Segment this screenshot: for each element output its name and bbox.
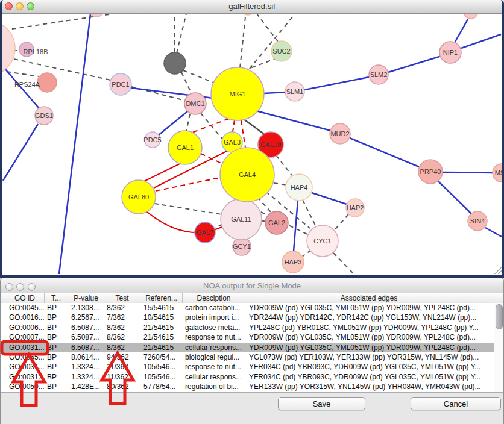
cell-test[interactable]: 11/362 [104, 372, 140, 382]
network-graph[interactable]: RPL18BRPS24AGDS1PDC1DMC1MIG1SUC2SLM1SLM2… [0, 13, 504, 275]
edge[interactable] [388, 56, 441, 72]
cell-reference[interactable]: 105/546... [140, 372, 183, 382]
edge[interactable] [186, 114, 190, 132]
cancel-button[interactable]: Cancel [411, 397, 501, 410]
edge[interactable] [3, 124, 38, 181]
cell-p-value[interactable]: 1.3324... [68, 362, 104, 372]
table-row[interactable]: GO:0045...BP2.1308...8/36215/54615carbon… [1, 303, 494, 313]
cell-go-id[interactable]: GO:0065... [5, 352, 45, 362]
save-button[interactable]: Save [278, 397, 365, 410]
cell-type[interactable]: BP [45, 352, 68, 362]
cell-type[interactable]: BP [45, 343, 68, 352]
edge[interactable] [264, 92, 286, 93]
cell-go-id[interactable]: GO:0031... [5, 343, 45, 352]
cell-reference[interactable]: 21/54615 [140, 343, 183, 352]
column-header-go[interactable]: GO ID [5, 293, 45, 303]
edge[interactable] [5, 69, 39, 108]
cell-description[interactable]: protein import i... [183, 313, 245, 322]
edge[interactable] [154, 204, 222, 214]
cell-reference[interactable]: 7260/54... [140, 352, 183, 362]
edge[interactable] [156, 178, 220, 191]
edge[interactable] [461, 34, 501, 48]
cell-description[interactable]: response to nut... [183, 362, 245, 372]
cell-test[interactable]: 11/362 [104, 362, 140, 372]
table-row[interactable]: GO:0031...BP1.3324...11/362105/546...cel… [1, 372, 494, 382]
cell-description[interactable]: carbon cataboli... [183, 303, 245, 313]
node-RPS24A[interactable] [37, 73, 57, 92]
cell-go-id[interactable]: GO:0016... [5, 313, 45, 322]
edge[interactable] [183, 70, 216, 84]
cell-go-id[interactable]: GO:0045... [5, 303, 45, 313]
cell-description[interactable]: cellular respons... [183, 372, 245, 382]
column-header-type[interactable]: T... [45, 293, 68, 303]
edge[interactable] [14, 59, 110, 80]
table-row[interactable]: GO:0016...BP6.2567...7/36210/54615protei… [1, 313, 494, 322]
cell-reference[interactable]: 21/54615 [140, 332, 183, 342]
edge[interactable] [294, 201, 298, 251]
cell-associated-edges[interactable]: YDR009W (pd) YGL035C, YML051W (pp) YDR00… [245, 332, 493, 342]
column-header-desc[interactable]: Desciption [183, 293, 245, 303]
cell-p-value[interactable]: 1.3324... [68, 372, 104, 382]
cell-associated-edges[interactable]: YPL248C (pd) YBR018C, YML051W (pp) YDR00… [245, 323, 493, 332]
edge[interactable] [438, 181, 472, 214]
column-header-edges[interactable]: Associated edges [245, 293, 493, 303]
cell-description[interactable]: regulation of bi... [183, 382, 245, 391]
edge[interactable] [143, 163, 181, 182]
cell-p-value[interactable]: 6.5087... [68, 343, 104, 352]
cell-go-id[interactable]: GO:0007... [5, 332, 45, 342]
cell-p-value[interactable]: 1.428E... [68, 382, 104, 391]
cell-description[interactable]: cellular respons... [183, 343, 245, 352]
edge[interactable] [312, 193, 347, 204]
edge[interactable] [485, 228, 502, 237]
cell-reference[interactable]: 105/546... [140, 362, 183, 372]
edge[interactable] [233, 120, 235, 132]
column-header-p[interactable]: P-value [68, 293, 104, 303]
cell-p-value[interactable]: 6.5087... [68, 323, 104, 332]
cell-associated-edges[interactable]: YER133W (pp) YOR315W, YNL145W (pd) YHR08… [245, 382, 493, 391]
cell-description[interactable]: response to nut... [183, 332, 245, 342]
edge[interactable] [333, 253, 354, 275]
edge[interactable] [304, 77, 369, 90]
edge[interactable] [177, 14, 186, 53]
cell-type[interactable]: BP [45, 362, 68, 372]
cell-go-id[interactable]: GO:0031... [5, 372, 45, 382]
cell-test[interactable]: 94/362 [104, 352, 140, 362]
cell-type[interactable]: BP [45, 372, 68, 382]
cell-test[interactable]: 8/362 [104, 332, 140, 342]
edge[interactable] [276, 155, 292, 175]
edge[interactable] [301, 250, 311, 257]
table-row[interactable]: GO:0006...BP6.5087...8/36221/54615galact… [1, 323, 494, 332]
column-header-test[interactable]: Test [104, 293, 140, 303]
cell-test[interactable]: 8/362 [104, 303, 140, 313]
cell-reference[interactable]: 21/54615 [140, 323, 183, 332]
node-partial-topright-node[interactable] [464, 13, 478, 19]
cell-reference[interactable]: 5778/54... [140, 382, 183, 391]
cell-test[interactable]: 8/362 [104, 343, 140, 352]
edge[interactable] [59, 14, 90, 274]
edge[interactable] [334, 214, 348, 231]
cell-test[interactable]: 8/362 [104, 323, 140, 332]
table-row[interactable]: GO:0031...BP1.3324...11/362105/546...res… [1, 362, 494, 372]
cell-test[interactable]: 7/362 [104, 313, 140, 322]
network-canvas[interactable]: RPL18BRPS24AGDS1PDC1DMC1MIG1SUC2SLM1SLM2… [0, 13, 504, 275]
edge[interactable] [244, 58, 276, 70]
cell-associated-edges[interactable]: YGL073W (pd) YER103W, YER133W (pp) YOR31… [245, 352, 493, 362]
cell-go-id[interactable]: GO:0031... [5, 362, 45, 372]
node-gray-node[interactable] [164, 52, 186, 74]
edge[interactable] [256, 111, 331, 131]
scrollbar-thumb[interactable] [496, 304, 503, 329]
edge[interactable] [181, 72, 192, 94]
table-row[interactable]: GO:0031...BP6.5087...8/36221/54615cellul… [1, 343, 494, 352]
cell-type[interactable]: BP [45, 303, 68, 313]
cell-go-id[interactable]: GO:0006... [5, 323, 45, 332]
cell-associated-edges[interactable]: YFR034C (pd) YBR093C, YDR009W (pd) YGL03… [245, 362, 493, 372]
table-row[interactable]: GO:0007...BP6.5087...8/36221/54615respon… [1, 332, 494, 342]
cell-p-value[interactable]: 6.5087... [68, 332, 104, 342]
edge[interactable] [240, 17, 245, 68]
edge[interactable] [191, 119, 229, 133]
column-header-ref[interactable]: Referen... [140, 293, 183, 303]
cell-p-value[interactable]: 6.2567... [68, 313, 104, 322]
cell-reference[interactable]: 10/54615 [140, 313, 183, 322]
edge[interactable] [257, 14, 278, 42]
table-scrollbar[interactable] [494, 303, 504, 392]
